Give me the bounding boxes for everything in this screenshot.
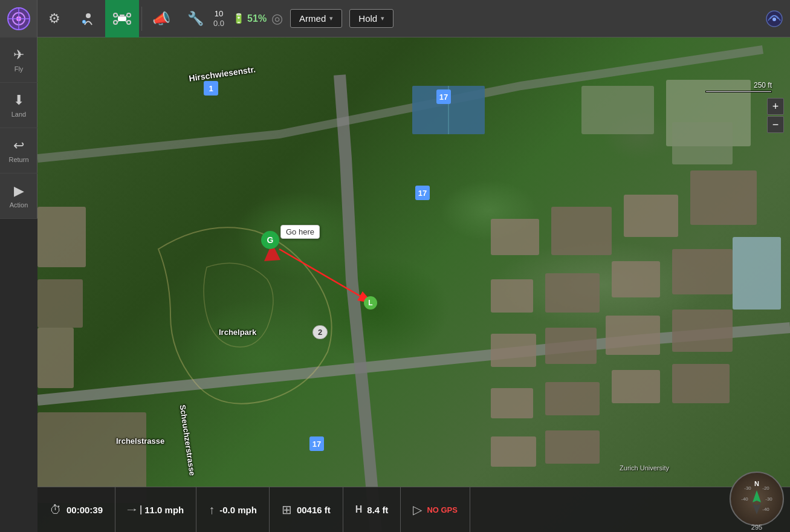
return-label: Return <box>8 156 28 163</box>
zoom-out-button[interactable]: − <box>767 116 784 133</box>
svg-rect-23 <box>690 170 757 225</box>
drone-icon <box>112 10 132 27</box>
compass-inner: N -20 -30 -30 -40 -40 295 <box>736 478 778 520</box>
svg-text:-40: -40 <box>741 496 748 502</box>
settings-button[interactable]: ⚙ <box>37 0 71 37</box>
scale-label: 250 ft <box>754 81 772 89</box>
svg-marker-57 <box>753 504 761 514</box>
battery-indicator: 🔋 51% <box>233 13 267 24</box>
land-label: Land <box>11 111 26 118</box>
marker-17b[interactable]: 17 <box>415 186 430 200</box>
alt-icon: H <box>355 504 363 515</box>
marker-2[interactable]: 2 <box>312 325 328 339</box>
svg-rect-22 <box>624 195 678 237</box>
svg-rect-35 <box>612 370 660 403</box>
svg-rect-8 <box>118 16 126 21</box>
gps-icon: ▷ <box>413 502 422 517</box>
svg-rect-33 <box>491 388 533 418</box>
gps-value: NO GPS <box>427 505 458 514</box>
scale-line <box>705 91 772 92</box>
svg-rect-24 <box>491 279 533 313</box>
tools-button[interactable]: 🔧 <box>178 0 212 37</box>
nav-icon: B <box>79 10 97 28</box>
svg-rect-45 <box>37 279 83 328</box>
fly-label: Fly <box>15 65 24 73</box>
gps-lock-icon: ◎ <box>271 11 283 27</box>
action-icon: ▶ <box>14 183 24 199</box>
timer-section: ⏱ 00:00:39 <box>37 487 115 532</box>
svg-rect-31 <box>606 316 660 355</box>
vspeed-value: -0.0 mph <box>219 505 257 515</box>
settings-icon: ⚙ <box>48 11 60 27</box>
svg-rect-41 <box>672 122 733 164</box>
svg-line-48 <box>279 249 373 303</box>
zoom-in-button[interactable]: + <box>767 98 784 115</box>
map-view[interactable]: Hirschwiesenstr. Irchelstrasse Scheuchze… <box>37 37 790 532</box>
marker-1[interactable]: 1 <box>204 81 218 96</box>
armed-caret: ▾ <box>329 15 333 22</box>
compass: N -20 -30 -30 -40 -40 295 <box>730 472 784 526</box>
divider-1 <box>141 7 142 31</box>
hold-caret: ▾ <box>381 15 384 22</box>
svg-rect-44 <box>37 207 86 267</box>
megaphone-button[interactable]: 📣 <box>144 0 178 37</box>
map-svg <box>37 37 790 532</box>
sidebar: ✈ Fly ⬇ Land ↩ Return ▶ Action <box>0 37 37 219</box>
svg-rect-30 <box>545 328 597 364</box>
speed-value: 11.0 mph <box>144 505 184 515</box>
sidebar-item-action[interactable]: ▶ Action <box>0 174 37 219</box>
svg-rect-39 <box>581 86 654 134</box>
sidebar-item-return[interactable]: ↩ Return <box>0 128 37 174</box>
svg-rect-21 <box>551 207 612 255</box>
compass-heading: 295 <box>751 524 762 531</box>
svg-point-11 <box>127 13 131 17</box>
timer-value: 00:00:39 <box>66 505 103 515</box>
hold-dropdown[interactable]: Hold ▾ <box>349 9 393 28</box>
svg-rect-32 <box>672 310 733 352</box>
dist-icon: ⊞ <box>282 502 292 517</box>
alt-section: H 8.4 ft <box>343 487 401 532</box>
drone-position[interactable]: G <box>261 231 279 249</box>
l-marker[interactable]: L <box>364 296 377 310</box>
marker-17a[interactable]: 17 <box>436 89 451 104</box>
svg-rect-26 <box>612 261 660 297</box>
svg-point-5 <box>86 13 91 18</box>
svg-rect-20 <box>491 219 539 255</box>
action-label: Action <box>10 201 28 209</box>
svg-text:-40: -40 <box>762 507 769 512</box>
megaphone-icon: 📣 <box>152 10 170 27</box>
svg-marker-56 <box>753 490 761 502</box>
scale-bar: 250 ft <box>705 81 772 92</box>
svg-rect-29 <box>491 334 536 367</box>
nav-button[interactable]: B <box>71 0 105 37</box>
svg-text:B: B <box>83 20 85 24</box>
dist-section: ⊞ 00416 ft <box>270 487 343 532</box>
armed-dropdown[interactable]: Armed ▾ <box>290 9 342 28</box>
logo-icon <box>7 7 31 31</box>
battery-icon: 🔋 <box>233 13 245 24</box>
sidebar-item-land[interactable]: ⬇ Land <box>0 83 37 128</box>
armed-label: Armed <box>299 13 326 24</box>
drone-button[interactable] <box>105 0 139 37</box>
compass-needle-svg <box>751 490 763 514</box>
svg-rect-34 <box>545 382 600 415</box>
land-icon: ⬇ <box>13 92 24 108</box>
sidebar-item-fly[interactable]: ✈ Fly <box>0 37 37 83</box>
hold-label: Hold <box>358 13 377 24</box>
g-marker[interactable]: G <box>261 231 279 249</box>
signal-icon <box>765 10 783 28</box>
svg-rect-37 <box>491 436 536 467</box>
battery-value: 51% <box>247 13 267 24</box>
signal-button[interactable] <box>759 0 790 37</box>
statusbar: ⏱ 00:00:39 →| 11.0 mph ↑ -0.0 mph ⊞ 0041… <box>37 487 790 532</box>
svg-line-15 <box>125 15 127 17</box>
svg-text:-30: -30 <box>765 496 772 502</box>
speed-section: →| 11.0 mph <box>115 487 196 532</box>
svg-point-12 <box>114 21 117 24</box>
svg-rect-27 <box>672 249 733 294</box>
marker-17c[interactable]: 17 <box>309 436 324 451</box>
vspeed-icon: ↑ <box>209 503 215 517</box>
return-icon: ↩ <box>13 138 24 154</box>
app-logo <box>0 0 37 37</box>
svg-rect-9 <box>120 15 125 17</box>
